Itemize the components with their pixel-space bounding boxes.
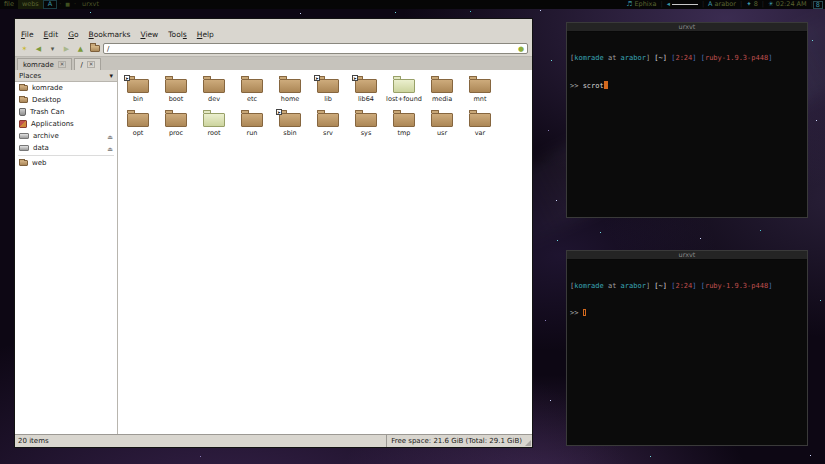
folder-item-mnt[interactable]: mnt <box>461 74 499 108</box>
status-bar: filewebsA · ■ · urxvt ♬Ephixa|◂|Aarabor|… <box>0 0 825 9</box>
sidebar-item-archive[interactable]: archive⏏ <box>15 130 117 142</box>
path-input[interactable]: / ● <box>103 43 528 54</box>
tag-file[interactable]: file <box>0 0 18 9</box>
chevron-down-icon[interactable]: ▾ <box>109 72 113 80</box>
menu-tools[interactable]: Tools <box>168 30 187 39</box>
sidebar-item-komrade[interactable]: komrade <box>15 82 117 94</box>
sidebar-item-label: komrade <box>32 84 63 92</box>
places-sidebar: Places ▾ komradeDesktopTrash CanApplicat… <box>15 70 118 434</box>
sidebar-item-web[interactable]: web <box>15 157 117 169</box>
file-manager-window: FileEditGoBookmarksViewToolsHelp ✶◀▾▶▲ /… <box>14 18 533 448</box>
history-dropdown-button[interactable]: ▾ <box>47 43 58 54</box>
places-list: komradeDesktopTrash CanApplicationsarchi… <box>15 82 117 169</box>
apps-icon <box>19 120 27 128</box>
command-line: >> <box>570 309 804 318</box>
folder-icon: ➤ <box>317 79 339 93</box>
sidebar-item-applications[interactable]: Applications <box>15 118 117 130</box>
desktop: filewebsA · ■ · urxvt ♬Ephixa|◂|Aarabor|… <box>0 0 825 464</box>
folder-item-srv[interactable]: srv <box>309 108 347 142</box>
folder-item-boot[interactable]: boot <box>157 74 195 108</box>
tab-/[interactable]: /✕ <box>74 58 101 70</box>
prompt-symbol: >> <box>570 309 583 317</box>
folder-item-lost+found[interactable]: lost+found <box>385 74 423 108</box>
folder-label: tmp <box>397 129 410 137</box>
clock-text: 02:24 AM <box>776 0 807 9</box>
toolbar: ✶◀▾▶▲ / ● <box>15 41 532 57</box>
menu-file[interactable]: File <box>21 30 34 39</box>
folder-icon: ➤ <box>279 113 301 127</box>
window-titlebar[interactable] <box>15 19 532 28</box>
open-folder-button[interactable] <box>89 43 100 54</box>
status-tray: 8 <box>813 1 823 9</box>
up-button[interactable]: ▲ <box>75 43 86 54</box>
folder-item-bin[interactable]: ➤bin <box>119 74 157 108</box>
terminal-titlebar[interactable]: urxvt <box>567 251 807 260</box>
folder-item-usr[interactable]: usr <box>423 108 461 142</box>
menu-view[interactable]: View <box>140 30 158 39</box>
layout-dot-right: · <box>74 0 76 9</box>
resize-grip[interactable] <box>525 440 531 446</box>
places-header[interactable]: Places ▾ <box>15 70 117 82</box>
tab-komrade[interactable]: komrade✕ <box>17 58 72 70</box>
folder-icon <box>469 113 491 127</box>
symlink-emblem-icon: ➤ <box>352 75 358 81</box>
close-icon[interactable]: ✕ <box>58 61 67 68</box>
volume-slider[interactable] <box>672 4 698 5</box>
folder-item-root[interactable]: root <box>195 108 233 142</box>
folder-label: var <box>475 129 486 137</box>
eject-icon[interactable]: ⏏ <box>107 133 113 140</box>
menu-edit[interactable]: Edit <box>44 30 59 39</box>
menu-help[interactable]: Help <box>197 30 214 39</box>
terminal-content[interactable]: [komrade at arabor] [~] [2:24] [ruby-1.9… <box>567 32 807 217</box>
menu-bookmarks[interactable]: Bookmarks <box>89 30 131 39</box>
folder-item-proc[interactable]: proc <box>157 108 195 142</box>
folder-item-lib[interactable]: ➤lib <box>309 74 347 108</box>
folder-icon <box>165 79 187 93</box>
folder-item-opt[interactable]: opt <box>119 108 157 142</box>
focused-window-title: urxvt <box>82 0 99 9</box>
free-space-text: Free space: 21.6 GiB (Total: 29.1 GiB) <box>391 437 522 445</box>
tag-A[interactable]: A <box>43 0 57 9</box>
terminal-titlebar[interactable]: urxvt <box>567 23 807 32</box>
go-button[interactable]: ● <box>518 45 524 53</box>
folder-item-var[interactable]: var <box>461 108 499 142</box>
folder-item-home[interactable]: home <box>271 74 309 108</box>
folder-label: lib64 <box>358 95 374 103</box>
folder-icon <box>279 79 301 93</box>
new-tab-button[interactable]: ✶ <box>19 43 30 54</box>
divider <box>18 155 114 156</box>
status-user: Aarabor <box>704 0 740 9</box>
layout-dot-left: · <box>59 0 61 9</box>
folder-label: sbin <box>283 129 296 137</box>
folder-item-media[interactable]: media <box>423 74 461 108</box>
close-icon[interactable]: ✕ <box>87 61 96 68</box>
menu-go[interactable]: Go <box>68 30 78 39</box>
folder-item-tmp[interactable]: tmp <box>385 108 423 142</box>
folder-item-sbin[interactable]: ➤sbin <box>271 108 309 142</box>
terminal-content[interactable]: [komrade at arabor] [~] [2:24] [ruby-1.9… <box>567 260 807 445</box>
indicator-text: 8 <box>754 0 758 9</box>
folder-item-sys[interactable]: sys <box>347 108 385 142</box>
folder-item-dev[interactable]: dev <box>195 74 233 108</box>
prompt-segment: at <box>604 282 621 290</box>
sidebar-item-desktop[interactable]: Desktop <box>15 94 117 106</box>
folder-icon: ➤ <box>355 79 377 93</box>
prompt-segment: komrade <box>574 282 604 290</box>
tab-label: komrade <box>23 61 54 69</box>
prompt-segment: at <box>604 54 621 62</box>
folder-label: usr <box>437 129 447 137</box>
music-icon: ♬ <box>627 0 633 9</box>
tag-webs[interactable]: webs <box>18 0 43 9</box>
folder-item-lib64[interactable]: ➤lib64 <box>347 74 385 108</box>
folder-item-etc[interactable]: etc <box>233 74 271 108</box>
folder-item-run[interactable]: run <box>233 108 271 142</box>
sidebar-item-data[interactable]: data⏏ <box>15 142 117 154</box>
sidebar-item-label: archive <box>33 132 59 140</box>
sidebar-item-trash-can[interactable]: Trash Can <box>15 106 117 118</box>
back-button[interactable]: ◀ <box>33 43 44 54</box>
folder-label: bin <box>133 95 143 103</box>
forward-button[interactable]: ▶ <box>61 43 72 54</box>
eject-icon[interactable]: ⏏ <box>107 145 113 152</box>
places-header-label: Places <box>19 72 41 80</box>
folder-label: mnt <box>474 95 487 103</box>
